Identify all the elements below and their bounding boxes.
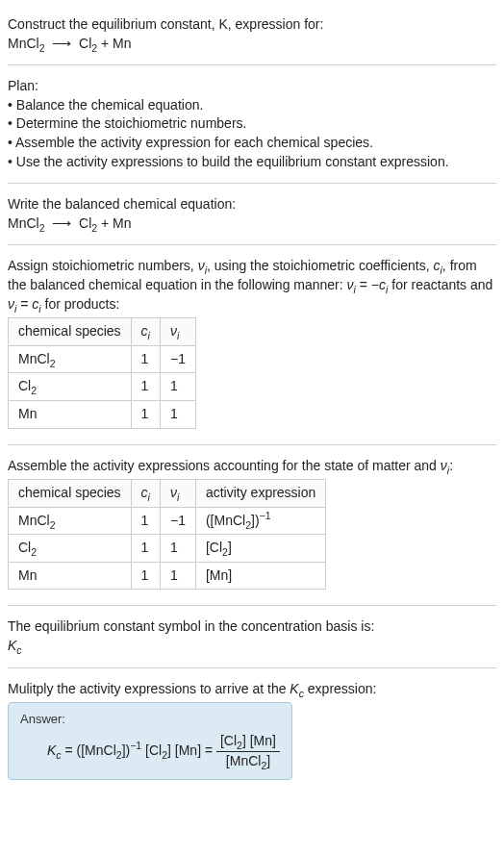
answer-expression: Kc = ([MnCl2])−1 [Cl2] [Mn] = [Cl2] [Mn]… bbox=[20, 732, 280, 770]
table-row: MnCl2 1 −1 bbox=[9, 345, 196, 373]
intro-section: Construct the equilibrium constant, K, e… bbox=[8, 8, 496, 61]
symbol-heading: The equilibrium constant symbol in the c… bbox=[8, 617, 496, 637]
intro-equation: MnCl2 ⟶ Cl2 + Mn bbox=[8, 35, 496, 54]
cell-species: MnCl2 bbox=[9, 345, 132, 373]
plan-item: • Determine the stoichiometric numbers. bbox=[8, 114, 496, 134]
answer-label: Answer: bbox=[20, 711, 280, 728]
cell-vi: 1 bbox=[160, 535, 195, 563]
stoich-section: Assign stoichiometric numbers, νi, using… bbox=[8, 249, 496, 440]
cell-vi: −1 bbox=[160, 507, 195, 535]
plan-item: • Use the activity expressions to build … bbox=[8, 153, 496, 172]
col-vi: νi bbox=[160, 480, 195, 508]
table-row: Mn 1 1 [Mn] bbox=[9, 562, 326, 590]
divider bbox=[8, 444, 496, 445]
cell-activity: ([MnCl2])−1 bbox=[195, 507, 325, 535]
plan-section: Plan: • Balance the chemical equation. •… bbox=[8, 69, 496, 179]
cell-species: Mn bbox=[9, 400, 132, 428]
cell-ci: 1 bbox=[131, 562, 160, 590]
col-ci: ci bbox=[131, 318, 160, 346]
table-row: Cl2 1 1 [Cl2] bbox=[9, 535, 326, 563]
plan-item: • Assemble the activity expression for e… bbox=[8, 134, 496, 153]
cell-ci: 1 bbox=[131, 373, 160, 401]
cell-vi: −1 bbox=[160, 345, 195, 373]
cell-ci: 1 bbox=[131, 535, 160, 563]
answer-box: Answer: Kc = ([MnCl2])−1 [Cl2] [Mn] = [C… bbox=[8, 702, 292, 779]
divider bbox=[8, 605, 496, 606]
cell-vi: 1 bbox=[160, 562, 195, 590]
cell-vi: 1 bbox=[160, 373, 195, 401]
cell-ci: 1 bbox=[131, 345, 160, 373]
cell-activity: [Mn] bbox=[195, 562, 325, 590]
table-header-row: chemical species ci νi activity expressi… bbox=[9, 480, 326, 508]
plan-heading: Plan: bbox=[8, 77, 496, 96]
cell-ci: 1 bbox=[131, 507, 160, 535]
cell-species: MnCl2 bbox=[9, 507, 132, 535]
multiply-section: Mulitply the activity expressions to arr… bbox=[8, 672, 496, 788]
table-row: MnCl2 1 −1 ([MnCl2])−1 bbox=[9, 507, 326, 535]
cell-species: Cl2 bbox=[9, 535, 132, 563]
plan-item: • Balance the chemical equation. bbox=[8, 96, 496, 115]
activity-table: chemical species ci νi activity expressi… bbox=[8, 479, 326, 590]
stoich-table: chemical species ci νi MnCl2 1 −1 Cl2 1 … bbox=[8, 317, 196, 428]
col-ci: ci bbox=[131, 480, 160, 508]
stoich-heading: Assign stoichiometric numbers, νi, using… bbox=[8, 257, 496, 314]
activity-section: Assemble the activity expressions accoun… bbox=[8, 449, 496, 602]
col-species: chemical species bbox=[9, 318, 132, 346]
balanced-equation: MnCl2 ⟶ Cl2 + Mn bbox=[8, 214, 496, 234]
intro-line1: Construct the equilibrium constant, K, e… bbox=[8, 15, 496, 35]
table-row: Mn 1 1 bbox=[9, 400, 196, 428]
divider bbox=[8, 244, 496, 245]
cell-activity: [Cl2] bbox=[195, 535, 325, 563]
balanced-heading: Write the balanced chemical equation: bbox=[8, 195, 496, 214]
multiply-heading: Mulitply the activity expressions to arr… bbox=[8, 680, 496, 699]
divider bbox=[8, 64, 496, 65]
cell-species: Cl2 bbox=[9, 373, 132, 401]
col-activity: activity expression bbox=[195, 480, 325, 508]
symbol-section: The equilibrium constant symbol in the c… bbox=[8, 610, 496, 663]
cell-ci: 1 bbox=[131, 400, 160, 428]
activity-heading: Assemble the activity expressions accoun… bbox=[8, 457, 496, 476]
divider bbox=[8, 183, 496, 184]
col-species: chemical species bbox=[9, 480, 132, 508]
col-vi: νi bbox=[160, 318, 195, 346]
divider bbox=[8, 667, 496, 668]
table-header-row: chemical species ci νi bbox=[9, 318, 196, 346]
cell-vi: 1 bbox=[160, 400, 195, 428]
balanced-section: Write the balanced chemical equation: Mn… bbox=[8, 188, 496, 240]
table-row: Cl2 1 1 bbox=[9, 373, 196, 401]
symbol-value: Kc bbox=[8, 637, 496, 656]
cell-species: Mn bbox=[9, 562, 132, 590]
